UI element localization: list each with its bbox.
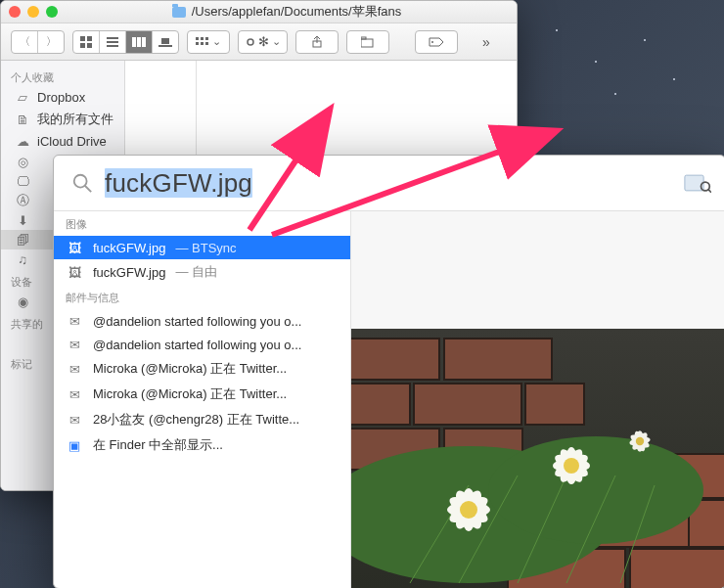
preview-pane [351,211,724,588]
svg-rect-16 [201,42,204,45]
svg-rect-10 [161,38,169,44]
svg-rect-32 [444,339,552,380]
sidebar-section-label: 个人收藏 [1,65,124,87]
result-row[interactable]: 🖼 fuckGFW.jpg — BTSync [54,236,350,259]
result-text: @dandelion started following you o... [93,314,301,329]
arrange-icon [196,37,209,47]
document-icon: 🗎 [15,113,30,126]
svg-rect-4 [107,37,118,39]
coverflow-icon [158,37,172,47]
cloud-icon: ☁ [15,135,30,149]
svg-point-18 [248,39,253,45]
finder-toolbar: 〈 〉 ⌄ ✻⌄ [1,23,517,61]
arrange-button[interactable]: ⌄ [187,30,230,54]
svg-line-25 [85,186,91,192]
disc-icon: ◉ [15,294,30,308]
svg-rect-31 [351,339,439,380]
edit-tags-button[interactable] [346,30,389,54]
sidebar-item-label: Dropbox [37,90,85,105]
result-row-show-all[interactable]: ▣ 在 Finder 中全部显示... [54,432,350,458]
back-button[interactable]: 〈 [12,31,38,53]
tag-button[interactable] [415,30,458,54]
svg-rect-1 [87,36,92,41]
search-query-text: fuckGFW.jpg [105,168,252,198]
share-icon [311,36,323,48]
finder-titlebar[interactable]: /Users/applefan/Documents/苹果fans [1,1,517,23]
desktop-icon: 🖵 [15,174,30,188]
svg-rect-22 [361,37,366,39]
sidebar-item-icloud[interactable]: ☁ iCloud Drive [1,131,124,152]
result-row[interactable]: ✉ @dandelion started following you o... [54,333,350,356]
mail-icon: ✉ [66,337,83,352]
share-button[interactable] [295,30,339,54]
view-mode-switch [72,30,179,54]
svg-point-44 [488,436,703,544]
svg-rect-17 [205,42,208,45]
results-list[interactable]: 图像 🖼 fuckGFW.jpg — BTSync 🖼 fuckGFW.jpg … [54,211,351,588]
result-text: fuckGFW.jpg [93,241,165,255]
svg-point-63 [564,458,579,474]
music-icon: ♫ [15,252,30,266]
folder-plus-icon [361,36,375,48]
result-row[interactable]: ✉ Microka (@Microka) 正在 Twitter... [54,382,350,407]
result-text: Microka (@Microka) 正在 Twitter... [93,385,287,403]
folder-icon [172,7,186,18]
result-category-label: 邮件与信息 [54,285,350,309]
view-coverflow-button[interactable] [153,31,178,53]
result-text: Microka (@Microka) 正在 Twitter... [93,360,287,378]
spotlight-search-bar[interactable]: fuckGFW.jpg [54,156,724,211]
grid-icon [80,36,92,48]
window-title: /Users/applefan/Documents/苹果fans [65,3,509,21]
mail-icon: ✉ [66,412,83,428]
action-button[interactable]: ✻⌄ [238,30,288,54]
columns-icon [132,37,146,47]
svg-point-69 [636,437,644,445]
svg-point-56 [460,501,477,519]
documents-icon: 🗐 [15,233,30,247]
zoom-button[interactable] [46,6,58,18]
svg-rect-15 [196,42,199,45]
sidebar-item-allfiles[interactable]: 🗎 我的所有文件 [1,108,124,131]
result-row[interactable]: 🖼 fuckGFW.jpg — 自由 [54,259,350,285]
preview-image [351,329,724,588]
result-row[interactable]: ✉ 28小盆友 (@chengr28) 正在 Twitte... [54,407,350,432]
chevrons-right-icon: » [482,34,490,50]
sidebar-item-dropbox[interactable]: ▱ Dropbox [1,87,124,108]
nav-back-forward: 〈 〉 [11,30,65,54]
downloads-icon: ⬇ [15,213,30,227]
forward-button[interactable]: 〉 [38,31,64,53]
result-text: fuckGFW.jpg [93,265,165,280]
svg-rect-40 [630,549,724,588]
list-icon [107,37,118,47]
dropbox-icon: ▱ [15,91,30,105]
close-button[interactable] [9,6,21,18]
svg-rect-3 [87,43,92,48]
svg-rect-9 [142,37,146,47]
result-text: 在 Finder 中全部显示... [93,436,223,454]
view-list-button[interactable] [100,31,126,53]
svg-rect-11 [158,45,172,47]
svg-rect-14 [205,37,208,40]
finder-icon: ▣ [66,437,83,453]
mail-icon: ✉ [66,361,83,377]
result-row[interactable]: ✉ Microka (@Microka) 正在 Twitter... [54,356,350,382]
svg-rect-6 [107,45,118,47]
result-row[interactable]: ✉ @dandelion started following you o... [54,309,350,333]
apps-icon: Ⓐ [15,194,30,207]
search-input[interactable]: fuckGFW.jpg [105,168,672,199]
preview-app-icon[interactable] [684,172,711,194]
airdrop-icon: ◎ [15,155,30,168]
view-icon-button[interactable] [73,31,100,53]
tag-icon [428,36,445,48]
mail-icon: ✉ [66,386,83,402]
svg-rect-35 [525,384,584,425]
image-file-icon: 🖼 [66,264,83,280]
view-column-button[interactable] [126,31,153,53]
chevron-down-icon: ⌄ [212,35,221,48]
svg-rect-7 [132,37,136,47]
title-path-text: /Users/applefan/Documents/苹果fans [192,3,402,21]
svg-line-29 [708,189,712,193]
toolbar-overflow-button[interactable]: » [466,31,507,53]
result-text: 28小盆友 (@chengr28) 正在 Twitte... [93,411,299,429]
minimize-button[interactable] [27,6,39,18]
